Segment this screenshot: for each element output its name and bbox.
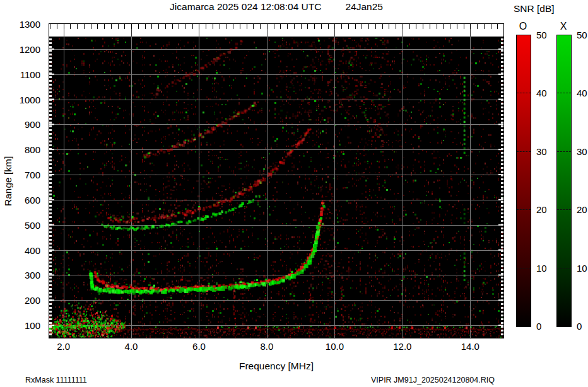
x-tick-label: 12.0 xyxy=(386,341,419,352)
y-tick-label: 800 xyxy=(11,144,40,155)
colorbar-tick-label: 40 xyxy=(577,88,588,98)
colorbar-tick-mark xyxy=(517,151,531,152)
colorbar-tick-mark xyxy=(557,151,571,152)
y-tick-label: 700 xyxy=(11,170,40,180)
colorbar-tick-label: 10 xyxy=(577,263,588,274)
x-tick-label: 14.0 xyxy=(454,341,486,352)
x-tick-label: 6.0 xyxy=(182,341,215,352)
y-tick-label: 300 xyxy=(11,270,40,280)
title-timestamp: Jicamarca 2025 024 12:08:04 UTC xyxy=(170,1,321,12)
rxmask-status: RxMask 11111111 xyxy=(25,376,87,384)
y-tick-label: 600 xyxy=(11,195,40,205)
colorbar-tick-label: 30 xyxy=(577,146,588,157)
ionogram-canvas xyxy=(49,24,503,338)
colorbar-tick-mark xyxy=(517,93,531,93)
colorbar-tick-mark xyxy=(557,93,571,93)
colorbar-o-gradient xyxy=(516,35,531,327)
page-title: Jicamarca 2025 024 12:08:04 UTC24Jan25 xyxy=(49,1,503,13)
colorbar-tick-mark xyxy=(517,268,531,269)
colorbar-tick-label: 20 xyxy=(536,204,551,215)
title-date: 24Jan25 xyxy=(345,1,382,12)
colorbar-tick-label: 30 xyxy=(536,146,551,157)
y-tick-label: 1000 xyxy=(11,95,40,105)
colorbar-tick-mark xyxy=(557,268,571,269)
colorbar-x-gradient xyxy=(556,35,572,327)
y-tick-label: 1300 xyxy=(11,19,40,30)
y-tick-label: 1100 xyxy=(11,69,40,80)
y-tick-label: 1200 xyxy=(11,44,40,55)
colorbar-tick-label: 10 xyxy=(536,263,551,274)
colorbar-tick-label: 20 xyxy=(577,204,588,215)
colorbar-tick-label: 40 xyxy=(536,88,551,98)
colorbar-tick-mark xyxy=(517,209,531,210)
colorbar-title: SNR [dB] xyxy=(514,3,577,14)
colorbar-tick-mark xyxy=(557,209,571,210)
x-tick-label: 2.0 xyxy=(47,341,80,352)
x-tick-label: 8.0 xyxy=(250,341,283,352)
colorbar-tick-label: 50 xyxy=(536,30,551,40)
colorbar-tick-label: 0 xyxy=(536,321,551,332)
y-tick-label: 900 xyxy=(11,119,40,130)
y-tick-label: 400 xyxy=(11,245,40,256)
data-file-name: VIPIR JM91J_2025024120804.RIQ xyxy=(371,376,495,384)
colorbar-tick-label: 0 xyxy=(577,321,588,332)
colorbar-tick-label: 50 xyxy=(577,30,588,40)
y-tick-label: 200 xyxy=(11,295,40,306)
x-axis-label: Frequency [MHz] xyxy=(49,361,503,372)
y-tick-label: 500 xyxy=(11,220,40,231)
x-tick-label: 4.0 xyxy=(115,341,148,352)
colorbar-o-label: O xyxy=(515,21,531,32)
y-tick-label: 100 xyxy=(11,320,40,331)
colorbar-x-label: X xyxy=(556,21,571,32)
ionogram-app: Jicamarca 2025 024 12:08:04 UTC24Jan25 R… xyxy=(0,0,588,387)
x-tick-label: 10.0 xyxy=(318,341,351,352)
